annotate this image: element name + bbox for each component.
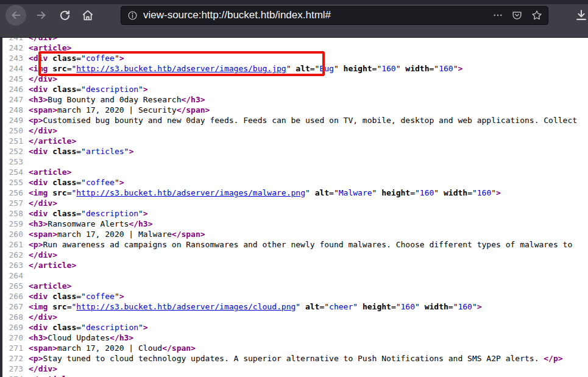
code-segment: "	[472, 302, 477, 311]
code-segment: </div>	[29, 126, 57, 135]
code-segment	[310, 188, 315, 197]
code-text: </article>	[29, 260, 76, 270]
code-segment: <h3>	[29, 333, 48, 342]
line-number: 266	[2, 291, 23, 301]
code-segment: Bug	[319, 64, 333, 73]
source-line: 244<img src="http://s3.bucket.htb/adserv…	[2, 63, 588, 74]
code-segment	[48, 209, 52, 218]
code-segment: >	[119, 178, 124, 187]
line-number: 271	[2, 343, 23, 353]
line-number: 251	[2, 136, 23, 146]
code-segment	[48, 54, 52, 63]
code-segment: width	[444, 188, 467, 197]
code-text: <h3>Ransomware Alerts</h3>	[29, 219, 153, 229]
source-line: 243<div class="coffee">	[2, 53, 588, 63]
code-segment: ="	[67, 302, 77, 311]
code-segment: </div>	[29, 250, 57, 259]
pocket-icon[interactable]	[511, 10, 523, 21]
code-segment: alt	[315, 188, 329, 197]
code-segment: >	[496, 188, 501, 197]
url-bar[interactable]: view-source:http://bucket.htb/index.html…	[121, 6, 548, 25]
source-link[interactable]: http://s3.bucket.htb/adserver/images/mal…	[76, 188, 305, 197]
code-segment: "	[296, 302, 300, 311]
code-segment: <span>	[29, 105, 57, 115]
back-button[interactable]	[5, 5, 26, 26]
code-text: <img src="http://s3.bucket.htb/adserver/…	[29, 188, 501, 198]
code-segment: </div>	[29, 74, 57, 83]
code-segment: ="	[467, 188, 477, 197]
code-segment: 160	[477, 188, 491, 197]
code-segment: >	[477, 302, 482, 311]
line-number: 243	[2, 53, 23, 63]
code-segment: <div	[29, 85, 48, 94]
page-actions-icon[interactable]	[492, 10, 503, 21]
source-view: 241</div>242<article>243<div class="coff…	[0, 38, 588, 377]
source-line: 252<div class="articles">	[2, 146, 588, 157]
code-segment: ="	[76, 147, 86, 156]
navigation-row: view-source:http://bucket.htb/index.html…	[0, 4, 588, 26]
code-segment: march 17, 2020 | Malware	[57, 230, 172, 239]
source-line: 265<article>	[2, 281, 588, 291]
code-segment: >	[458, 64, 462, 73]
code-segment: description	[86, 209, 138, 218]
code-segment: 160	[401, 302, 415, 311]
source-link[interactable]: http://s3.bucket.htb/adserver/images/bug…	[76, 64, 286, 73]
line-number: 255	[2, 177, 23, 188]
code-segment: <p>	[29, 354, 43, 363]
url-text[interactable]: view-source:http://bucket.htb/index.html…	[143, 9, 492, 21]
code-segment	[48, 64, 52, 73]
code-segment: coffee	[86, 54, 115, 63]
code-segment: ="	[391, 302, 401, 311]
code-segment: coffee	[86, 292, 115, 301]
bookmark-star-icon[interactable]	[531, 9, 543, 21]
code-segment: Customised bug bounty and new 0day feeds…	[43, 116, 577, 125]
code-segment: >	[119, 292, 124, 301]
source-line: 245</div>	[2, 74, 588, 84]
code-text: <div class="articles">	[29, 146, 133, 157]
forward-icon	[35, 9, 48, 22]
line-number: 260	[2, 229, 23, 239]
code-segment: march 17, 2020 | Security	[57, 105, 177, 115]
source-link[interactable]: http://s3.bucket.htb/adserver/images/clo…	[76, 302, 296, 311]
code-segment: articles	[86, 147, 124, 156]
code-segment: </div>	[29, 38, 57, 42]
code-segment: 160	[439, 64, 453, 73]
code-text: </div>	[29, 250, 57, 260]
line-number: 262	[2, 250, 23, 260]
code-text: <h3>Bug Bounty and 0day Research</h3>	[29, 94, 205, 105]
source-line: 272<p>Stay tuned to cloud technology upd…	[2, 353, 588, 364]
line-number: 269	[2, 322, 23, 333]
source-line: 262</div>	[2, 250, 588, 260]
code-segment: ="	[76, 323, 86, 332]
source-lines: 241</div>242<article>243<div class="coff…	[2, 38, 588, 377]
code-text: <span>march 17, 2020 | Cloud</span>	[29, 343, 196, 353]
code-segment: <span>	[29, 344, 57, 353]
download-button[interactable]	[575, 9, 588, 22]
source-line: 248<span>march 17, 2020 | Security</span…	[2, 105, 588, 115]
line-number: 264	[2, 270, 23, 281]
source-line: 249<p>Customised bug bounty and new 0day…	[2, 115, 588, 125]
code-segment: >	[119, 54, 124, 63]
code-segment: ="	[329, 188, 339, 197]
reload-button[interactable]	[56, 7, 73, 24]
code-segment	[48, 85, 52, 94]
code-segment: </h3>	[181, 95, 205, 104]
code-segment	[48, 178, 52, 187]
code-segment: "	[334, 64, 339, 73]
info-icon[interactable]	[127, 10, 138, 21]
source-line: 268</div>	[2, 312, 588, 322]
home-button[interactable]	[79, 7, 96, 24]
line-number: 257	[2, 198, 23, 208]
code-segment: Ransomware Alerts	[48, 219, 129, 228]
code-segment: ="	[448, 302, 458, 311]
code-segment: <img	[29, 188, 48, 197]
code-segment: class	[52, 209, 76, 218]
line-number: 256	[2, 188, 23, 198]
line-number: 259	[2, 219, 23, 229]
forward-button[interactable]	[33, 7, 50, 24]
code-segment: Bug Bounty and 0day Research	[48, 95, 181, 104]
code-segment: height	[381, 188, 410, 197]
code-segment: </h3>	[129, 219, 152, 228]
code-segment: >	[143, 323, 148, 332]
code-segment: "	[353, 302, 358, 311]
